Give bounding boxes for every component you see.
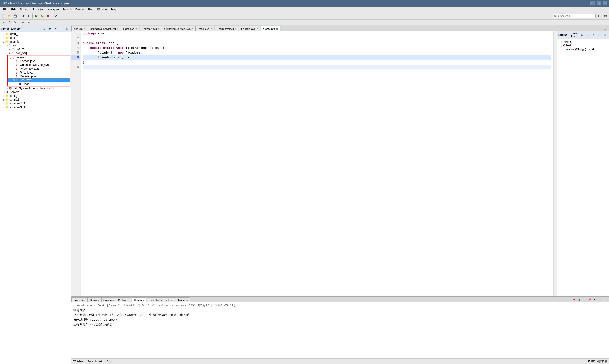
outline-toggle-Test[interactable]: ▽ bbox=[560, 44, 563, 47]
toggle-spring2[interactable]: ▷ bbox=[2, 99, 5, 101]
toggle-Servers[interactable]: ▷ bbox=[2, 91, 5, 93]
toggle-spring1[interactable]: ▷ bbox=[2, 95, 5, 97]
console-max-btn[interactable]: □ bbox=[603, 297, 608, 302]
outline-item-Test[interactable]: ▽ C Test bbox=[558, 43, 608, 47]
menu-file[interactable]: File bbox=[1, 7, 9, 12]
menu-project[interactable]: Project bbox=[74, 7, 86, 12]
toolbar-misc-btn[interactable]: ⚙ bbox=[53, 13, 58, 19]
tree-item-wgms[interactable]: ▽ ⬡ wgms bbox=[8, 55, 70, 59]
menu-source[interactable]: Source bbox=[18, 7, 31, 12]
console-pin-btn[interactable]: 📌 bbox=[587, 297, 592, 302]
code-content[interactable]: package wgms; public class Test { public… bbox=[81, 31, 553, 297]
tree-item-sy2_2[interactable]: ▷ ⬡ sy2_2 bbox=[0, 47, 71, 51]
console-content[interactable]: <terminated> Test [Java Application] D:\… bbox=[71, 302, 609, 358]
tree-item-ajax2[interactable]: ▷ 📁 ajax2 bbox=[0, 36, 71, 40]
toggle-wgms[interactable]: ▽ bbox=[9, 56, 12, 59]
tree-item-Register.java[interactable]: J Register.java bbox=[8, 75, 70, 78]
toolbar-save-btn[interactable]: 💾 bbox=[12, 13, 18, 19]
tab-springmvc[interactable]: springmvc-servlet.xml ✕ bbox=[88, 26, 121, 31]
tab-Properties[interactable]: Properties bbox=[71, 297, 88, 302]
tab-Problems[interactable]: Problems bbox=[116, 297, 131, 302]
tab-Servers[interactable]: Servers bbox=[88, 297, 101, 302]
tab-Console[interactable]: Console bbox=[131, 297, 146, 302]
tab-Light.java[interactable]: Light.java ✕ bbox=[121, 26, 139, 31]
toolbar-run-btn[interactable]: ▶ bbox=[34, 13, 39, 19]
tab-OutpatientService.java-close[interactable]: ✕ bbox=[192, 27, 194, 30]
toolbar-new-btn[interactable]: 📄 bbox=[1, 13, 6, 19]
console-clear-btn[interactable]: 🗑 bbox=[577, 297, 582, 302]
code-editor[interactable]: 1 2 3 4 5 6 7 8 package wgms; public cla… bbox=[71, 31, 557, 297]
toggle-Test[interactable]: ▽ bbox=[12, 79, 16, 82]
tab-Light.java-close[interactable]: ✕ bbox=[135, 27, 137, 30]
pe-menu-btn[interactable]: ▾ bbox=[53, 26, 58, 31]
toolbar-debug-btn[interactable]: 🐛 bbox=[39, 13, 45, 19]
console-min-btn[interactable]: — bbox=[597, 297, 603, 302]
menu-search[interactable]: Search bbox=[61, 7, 74, 12]
tree-item-Servers[interactable]: ▷ 🖥 Servers bbox=[0, 90, 71, 94]
console-scroll-lock-btn[interactable]: ⇓ bbox=[582, 297, 587, 302]
editor-vscroll[interactable] bbox=[553, 31, 557, 297]
tab-DataSource[interactable]: Data Source Explorer bbox=[146, 297, 176, 302]
tab-Markers[interactable]: Markers bbox=[176, 297, 190, 302]
tree-item-springex2_2[interactable]: ▷ 📁 springex2_2 bbox=[0, 102, 71, 105]
toggle-sy2_2[interactable]: ▷ bbox=[9, 48, 12, 51]
tab-Test.java[interactable]: *Test.java ✕ bbox=[261, 26, 280, 31]
toggle-ajax2[interactable]: ▷ bbox=[2, 37, 5, 39]
toolbar2-btn3[interactable]: ⟳ bbox=[12, 20, 18, 25]
tree-item-src[interactable]: ▽ ⬡ src bbox=[0, 43, 71, 47]
menu-run[interactable]: Run bbox=[86, 7, 95, 12]
tree-item-JRE[interactable]: ▷ 📚 JRE System Library [JavaSE-1.8] bbox=[0, 86, 71, 90]
outline-sort-btn[interactable]: ↕ bbox=[585, 32, 590, 38]
tab-Test.java-close[interactable]: ✕ bbox=[276, 28, 278, 30]
tab-springmvc-close[interactable]: ✕ bbox=[117, 27, 119, 30]
editor-maximize-btn[interactable]: □ bbox=[603, 26, 608, 31]
console-stop-btn[interactable]: ■ bbox=[571, 297, 577, 302]
outline-max-btn[interactable]: □ bbox=[602, 32, 608, 38]
tree-item-springex3_1[interactable]: ▷ 📁 springex3_1 bbox=[0, 105, 71, 109]
menu-window[interactable]: Window bbox=[95, 7, 109, 12]
tree-item-spring1[interactable]: ▷ 📁 spring1 bbox=[0, 94, 71, 98]
outline-menu-btn[interactable]: ▾ bbox=[591, 32, 596, 38]
toolbar2-btn1[interactable]: ≡ bbox=[1, 20, 6, 25]
pe-link-btn[interactable]: ⇌ bbox=[47, 26, 52, 31]
quick-access-input[interactable] bbox=[553, 13, 596, 18]
tree-item-Facade.java[interactable]: J Facade.java bbox=[8, 59, 70, 63]
console-menu-btn[interactable]: ▾ bbox=[592, 297, 597, 302]
pe-collapse-btn[interactable]: ⊟ bbox=[42, 26, 47, 31]
tree-item-spring2[interactable]: ▷ 📁 spring2 bbox=[0, 98, 71, 102]
tab-Register.java[interactable]: Register.java ✕ bbox=[140, 26, 162, 31]
outline-item-wgms[interactable]: ⬡ wgms bbox=[558, 40, 608, 43]
tab-OutpatientService.java[interactable]: OutpatientService.java ✕ bbox=[162, 26, 195, 31]
toggle-sy2_spq[interactable]: ▷ bbox=[9, 52, 12, 54]
tab-Pharmacy.java[interactable]: Pharmacy.java ✕ bbox=[215, 26, 239, 31]
menu-navigate[interactable]: Navigate bbox=[45, 7, 60, 12]
tree-item-OutpatientService.java[interactable]: J OutpatientService.java bbox=[8, 63, 70, 67]
toggle-JRE[interactable]: ▷ bbox=[5, 87, 9, 90]
tab-Price.java[interactable]: Price.java ✕ bbox=[196, 26, 214, 31]
pe-max-btn[interactable]: □ bbox=[65, 26, 70, 31]
toggle-springex2_2[interactable]: ▷ bbox=[2, 102, 5, 105]
tree-item-Pharmacy.java[interactable]: J Pharmacy.java bbox=[8, 67, 70, 71]
outline-min-btn[interactable]: — bbox=[597, 32, 602, 38]
pe-min-btn[interactable]: — bbox=[59, 26, 64, 31]
tree-item-Test-inner[interactable]: C Test bbox=[8, 82, 70, 86]
tree-item-ajax1_1[interactable]: ▷ 📁 ajax1_1 bbox=[0, 32, 71, 36]
toggle-src[interactable]: ▽ bbox=[5, 44, 9, 47]
toggle-ajax1_1[interactable]: ▷ bbox=[2, 33, 5, 36]
toolbar-forward-btn[interactable]: ▶ bbox=[26, 13, 31, 19]
tab-Snippets[interactable]: Snippets bbox=[101, 297, 116, 302]
open-perspective-btn[interactable]: ⊞ bbox=[597, 13, 602, 19]
tree-item-Test.java[interactable]: ▽ J Test.java bbox=[8, 78, 70, 82]
toggle-mian_b[interactable]: ▽ bbox=[2, 40, 5, 43]
close-button[interactable]: ✕ bbox=[603, 1, 607, 5]
tree-item-sy2_spq[interactable]: ▷ ⬡ sy2_spq bbox=[0, 51, 71, 55]
toolbar-open-btn[interactable]: 📂 bbox=[7, 13, 12, 19]
perspective-btn[interactable]: ▦ bbox=[603, 13, 608, 19]
tree-item-mian_b[interactable]: ▽ 📁 mian_b bbox=[0, 40, 71, 43]
toolbar2-btn4[interactable]: ↩ bbox=[20, 20, 26, 25]
outline-item-main[interactable]: ◆ main(String[]) : void bbox=[558, 47, 608, 51]
toolbar2-btn2[interactable]: ⟲ bbox=[7, 20, 12, 25]
menu-help[interactable]: Help bbox=[109, 7, 119, 12]
toolbar2-btn5[interactable]: ↪ bbox=[26, 20, 31, 25]
tab-Facade.java[interactable]: Facade.java ✕ bbox=[239, 26, 260, 31]
